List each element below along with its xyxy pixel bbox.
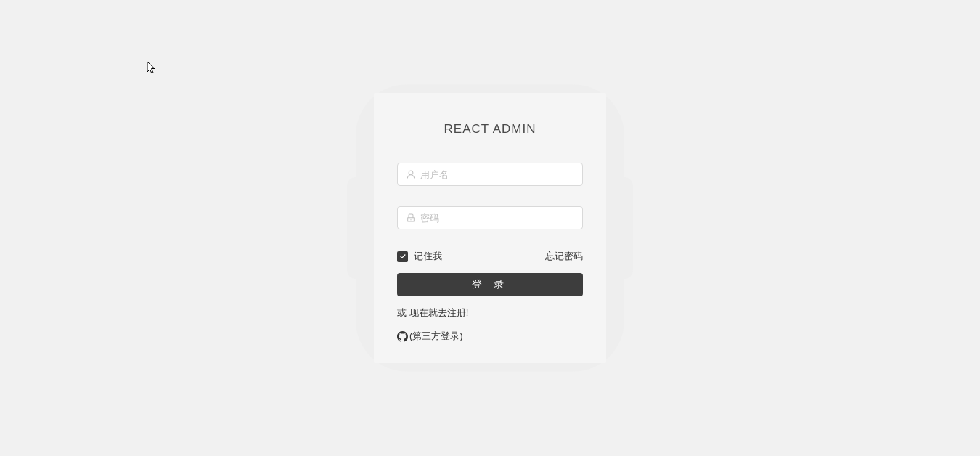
remember-label: 记住我 xyxy=(414,250,442,263)
username-input-wrapper[interactable] xyxy=(397,163,583,186)
github-icon[interactable] xyxy=(397,331,408,342)
third-party-row: (第三方登录) xyxy=(397,330,583,343)
username-input[interactable] xyxy=(420,169,574,180)
remember-row: 记住我 忘记密码 xyxy=(397,250,583,263)
login-card: REACT ADMIN 记住我 忘记密码 登 录 xyxy=(374,93,606,363)
register-link[interactable]: 现在就去注册! xyxy=(409,307,469,318)
remember-checkbox[interactable]: 记住我 xyxy=(397,250,442,263)
lock-icon xyxy=(406,213,416,223)
register-row: 或 现在就去注册! xyxy=(397,306,583,319)
password-input[interactable] xyxy=(420,213,574,224)
login-button[interactable]: 登 录 xyxy=(397,273,583,296)
cursor-icon xyxy=(147,61,157,76)
third-party-label: (第三方登录) xyxy=(409,330,463,343)
password-form-item xyxy=(397,206,583,229)
login-title: REACT ADMIN xyxy=(397,122,583,137)
checkbox-box xyxy=(397,251,408,262)
password-input-wrapper[interactable] xyxy=(397,206,583,229)
register-prefix: 或 xyxy=(397,307,409,318)
forgot-password-link[interactable]: 忘记密码 xyxy=(545,250,583,263)
username-form-item xyxy=(397,163,583,186)
user-icon xyxy=(406,169,416,179)
check-icon xyxy=(399,253,407,260)
